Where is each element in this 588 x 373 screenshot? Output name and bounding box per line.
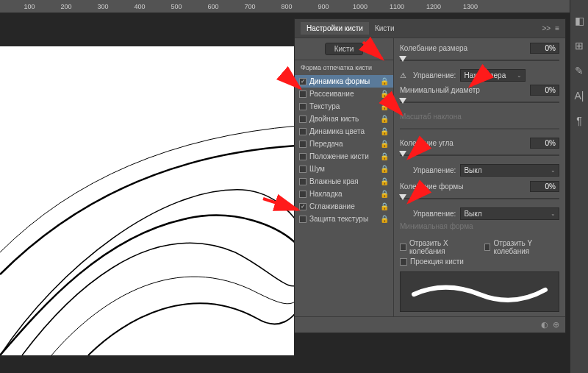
option-shape-dynamics[interactable]: Динамика формы🔒 [295,75,393,88]
option-transfer[interactable]: Передача🔒 [295,138,393,150]
lock-icon[interactable]: 🔒 [380,152,389,160]
brush-preview [400,271,559,312]
brush-settings-panel: Настройки кисти Кисти >> ≡ Кисти Форма о… [294,18,566,333]
lock-icon[interactable]: 🔒 [380,177,389,185]
lock-icon[interactable]: 🔒 [380,215,389,223]
adjustments-icon[interactable]: ⊞ [575,40,584,51]
checkbox-icon[interactable] [299,216,306,223]
min-diameter-label: Минимальный диаметр [400,86,526,94]
option-dual-brush[interactable]: Двойная кисть🔒 [295,113,393,125]
lock-icon[interactable]: 🔒 [380,140,389,148]
lock-icon[interactable]: 🔒 [380,165,389,173]
tilt-scale-label: Масштаб наклона [400,113,526,121]
brush-settings-icon[interactable]: ✎ [575,65,584,77]
section-title: Форма отпечатка кисти [295,60,393,75]
tab-brushes[interactable]: Кисти [369,22,401,35]
paragraph-icon[interactable]: ¶ [576,115,582,127]
horizontal-ruler: 100 200 300 400 500 600 700 800 900 1000… [0,0,570,13]
right-toolbar: ◧ ⊞ ✎ A| ¶ [570,0,588,373]
control-dropdown-angle[interactable]: Выкл⌄ [460,164,559,177]
control-label: Управление: [413,71,456,79]
panel-header: Настройки кисти Кисти >> ≡ [295,19,565,38]
new-brush-icon[interactable]: ⊕ [553,320,559,330]
lock-icon[interactable]: 🔒 [380,127,389,135]
min-diameter-value[interactable]: 0% [530,85,559,96]
size-jitter-slider[interactable] [400,56,559,65]
tilt-scale-slider [400,124,559,133]
roundness-jitter-slider[interactable] [400,194,559,203]
lock-icon[interactable]: 🔒 [380,190,389,198]
option-buildup[interactable]: Накладка🔒 [295,188,393,200]
checkbox-icon[interactable] [299,128,306,135]
checkbox-icon[interactable] [299,191,306,198]
min-roundness-label: Минимальная форма [400,222,559,230]
collapse-icon[interactable]: >> [542,24,551,32]
checkbox-icon[interactable] [299,203,306,210]
warning-icon: ⚠ [400,71,409,79]
lock-icon[interactable]: 🔒 [380,102,389,110]
checkbox-icon[interactable] [299,141,306,148]
brush-strokes [0,46,294,355]
flip-x-checkbox[interactable]: Отразить X колебания [400,239,476,255]
panel-menu-icon[interactable]: ≡ [555,24,559,32]
character-icon[interactable]: A| [575,90,584,102]
checkbox-icon[interactable] [299,166,306,173]
option-texture[interactable]: Текстура🔒 [295,100,393,113]
brush-options-list: Кисти Форма отпечатка кисти Динамика фор… [295,38,394,316]
control-dropdown-pen-pressure[interactable]: Нажим пера⌄ [460,69,526,82]
angle-jitter-slider[interactable] [400,151,559,160]
document-canvas[interactable] [0,46,294,355]
lock-icon[interactable]: 🔒 [380,115,389,123]
option-color-dynamics[interactable]: Динамика цвета🔒 [295,125,393,138]
shape-dynamics-settings: Колебание размера0% ⚠Управление:Нажим пе… [394,38,565,316]
lock-icon[interactable]: 🔒 [380,77,389,85]
option-protect-texture[interactable]: Защита текстуры🔒 [295,213,393,225]
checkbox-icon[interactable] [299,78,306,85]
option-scattering[interactable]: Рассеивание🔒 [295,88,393,100]
size-jitter-label: Колебание размера [400,44,526,52]
toggle-preview-icon[interactable]: ◐ [541,320,548,330]
roundness-jitter-label: Колебание формы [400,182,526,191]
roundness-jitter-value[interactable]: 0% [530,181,559,192]
checkbox-icon[interactable] [299,178,306,185]
angle-jitter-value[interactable]: 0% [530,138,559,149]
min-diameter-slider[interactable] [400,98,559,107]
checkbox-icon[interactable] [299,103,306,110]
brush-projection-checkbox[interactable]: Проекция кисти [400,257,464,266]
preview-stroke-icon [412,281,548,303]
brushes-button[interactable]: Кисти [325,43,364,55]
angle-jitter-label: Колебание угла [400,139,526,147]
option-noise[interactable]: Шум🔒 [295,163,393,175]
checkbox-icon[interactable] [299,90,306,98]
lock-icon[interactable]: 🔒 [380,202,389,210]
tab-brush-settings[interactable]: Настройки кисти [301,22,369,35]
checkbox-icon[interactable] [299,116,306,123]
histogram-icon[interactable]: ◧ [575,15,584,26]
size-jitter-value[interactable]: 0% [530,43,559,54]
checkbox-icon[interactable] [299,153,306,160]
panel-footer: ◐ ⊕ [295,316,565,333]
control-label: Управление: [413,210,456,218]
option-smoothing[interactable]: Сглаживание🔒 [295,200,393,213]
control-label: Управление: [413,166,456,174]
lock-icon[interactable]: 🔒 [380,90,389,98]
control-dropdown-roundness[interactable]: Выкл⌄ [460,207,559,220]
option-wet-edges[interactable]: Влажные края🔒 [295,175,393,188]
flip-y-checkbox[interactable]: Отразить Y колебания [484,239,559,255]
option-brush-pose[interactable]: Положение кисти🔒 [295,150,393,163]
